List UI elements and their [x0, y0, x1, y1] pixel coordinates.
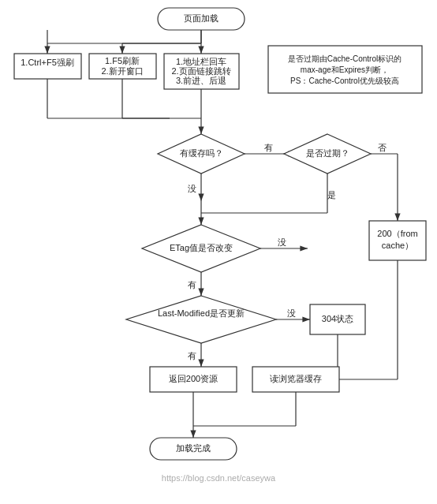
box3-label2: 2.页面链接跳转	[171, 66, 230, 76]
label-no-cache: 没	[188, 184, 196, 193]
diamond2-label: 是否过期？	[306, 148, 349, 158]
note-line1: 是否过期由Cache-Control标识的	[288, 54, 402, 63]
box-200cache-label2: cache）	[382, 241, 413, 250]
label-etag-no: 没	[278, 237, 286, 247]
box-200cache-label1: 200（from	[377, 229, 417, 238]
box-browser-cache-label: 读浏览器缓存	[270, 374, 322, 383]
label-lastmod-no: 没	[287, 308, 296, 318]
diamond4-label1: Last-Modified是否更新	[158, 308, 245, 318]
diagram-container: 页面加载 1.Ctrl+F5强刷 1.F5刷新 2.新开窗口 1.地址栏回车 2…	[0, 0, 437, 489]
note-line3: PS：Cache-Control优先级较高	[290, 77, 399, 85]
note-line2: max-age和Expires判断，	[301, 65, 389, 74]
box3-label3: 3.前进、后退	[176, 76, 226, 85]
box3-label1: 1.地址栏回车	[176, 57, 226, 66]
label-has-cache: 有	[264, 143, 273, 152]
box-304-label: 304状态	[322, 314, 353, 323]
diamond3-label: ETag值是否改变	[170, 243, 233, 252]
box1-label: 1.Ctrl+F5强刷	[21, 58, 74, 67]
svg-marker-30	[126, 296, 276, 343]
box2-label2: 2.新开窗口	[101, 66, 143, 76]
start-label: 页面加载	[184, 13, 218, 23]
diamond1-label: 有缓存吗？	[180, 148, 223, 158]
box2-label1: 1.F5刷新	[105, 56, 140, 65]
label-expired: 是	[327, 190, 336, 200]
box-200res-label: 返回200资源	[169, 374, 218, 383]
label-lastmod-yes: 有	[188, 351, 196, 360]
label-not-expired: 否	[378, 143, 387, 152]
watermark: https://blog.csdn.net/caseywa	[162, 473, 275, 483]
label-etag-yes: 有	[188, 280, 196, 289]
end-label: 加载完成	[176, 443, 211, 453]
